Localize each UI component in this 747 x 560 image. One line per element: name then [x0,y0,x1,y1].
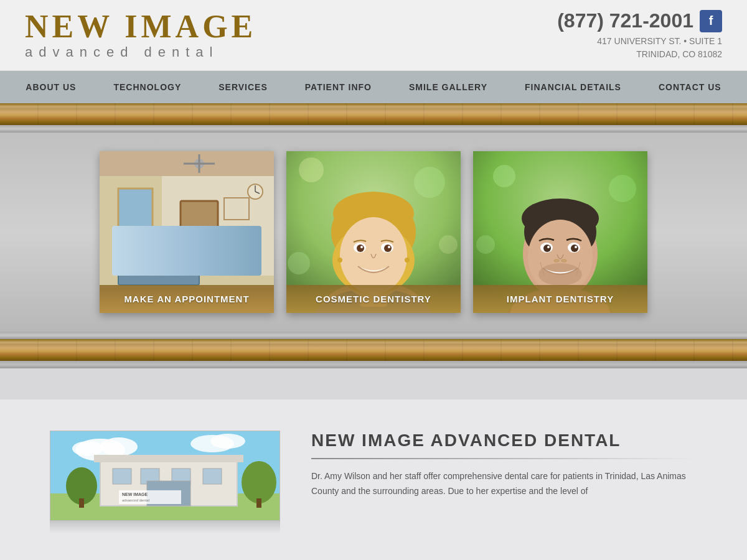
building-svg: NEW IMAGE advanced dental [50,431,280,521]
svg-point-63 [210,434,245,449]
about-content: NEW IMAGE ADVANCED DENTAL Dr. Amy Wilson… [311,431,697,499]
facebook-icon[interactable]: f [700,10,722,32]
hero-section: MAKE AN APPOINTMENT [0,133,747,332]
svg-point-34 [388,246,390,248]
hero-cards: MAKE AN APPOINTMENT [100,151,647,313]
phone-number: (877) 721-2001 [557,9,693,32]
svg-rect-79 [256,498,261,508]
svg-point-18 [414,167,445,198]
image-shadow [50,521,280,533]
metal-band-top [0,125,747,133]
svg-point-35 [337,258,342,263]
svg-point-40 [476,235,495,254]
svg-point-57 [561,259,567,263]
cosmetic-label: COSMETIC DENTISTRY [286,285,461,313]
svg-point-78 [242,461,276,503]
hero-card-cosmetic[interactable]: COSMETIC DENTISTRY [286,151,461,313]
svg-point-60 [100,437,138,456]
implant-label: IMPLANT DENTISTRY [473,285,647,313]
svg-point-28 [340,217,407,294]
contact-area: (877) 721-2001 f 417 UNIVERSITY ST. • SU… [557,9,722,61]
address-line2: TRINIDAD, CO 81082 [557,48,722,61]
svg-point-36 [405,258,410,263]
site-header: NEW IMAGE advanced dental (877) 721-2001… [0,0,747,71]
nav-contact-us[interactable]: CONTACT US [640,71,740,103]
metal-band-bottom2 [0,361,747,368]
building-image-container: NEW IMAGE advanced dental [50,431,280,533]
address: 417 UNIVERSITY ST. • SUITE 1 TRINIDAD, C… [557,35,722,61]
svg-rect-12 [224,198,249,220]
svg-rect-67 [94,455,243,462]
hero-card-appointment[interactable]: MAKE AN APPOINTMENT [100,151,274,313]
svg-point-17 [299,157,324,182]
svg-point-32 [384,245,392,252]
logo-title: NEW IMAGE [25,11,256,43]
svg-point-33 [360,246,363,248]
svg-text:NEW IMAGE: NEW IMAGE [122,492,148,497]
svg-rect-5 [118,189,153,235]
nav-services[interactable]: SERVICES [200,71,286,103]
address-line1: 417 UNIVERSITY ST. • SUITE 1 [557,35,722,48]
svg-point-11 [238,241,250,254]
nav-technology[interactable]: TECHNOLOGY [95,71,200,103]
about-title: NEW IMAGE ADVANCED DENTAL [311,431,697,450]
svg-point-31 [357,245,364,252]
metal-band-bottom [0,332,747,339]
svg-point-52 [543,245,551,252]
nav-financial-details[interactable]: FINANCIAL DETAILS [506,71,640,103]
nav-smile-gallery[interactable]: SMILE GALLERY [390,71,506,103]
svg-text:advanced dental: advanced dental [122,498,149,502]
svg-rect-68 [113,469,131,484]
logo[interactable]: NEW IMAGE advanced dental [25,11,256,60]
svg-rect-6 [118,254,199,285]
logo-subtitle: advanced dental [25,44,256,60]
nav-about-us[interactable]: ABOUT US [7,71,95,103]
svg-point-54 [547,246,550,248]
svg-point-38 [493,165,515,187]
hero-card-implant[interactable]: IMPLANT DENTISTRY [473,151,647,313]
svg-rect-71 [203,469,222,484]
svg-point-19 [439,235,458,254]
svg-point-10 [225,246,248,261]
about-section: NEW IMAGE advanced dental NEW IMAGE ADVA… [0,399,747,560]
wood-divider-top [0,103,747,125]
main-nav: ABOUT US TECHNOLOGY SERVICES PATIENT INF… [0,71,747,103]
svg-point-55 [575,246,577,248]
gap-section [0,368,747,399]
nav-patient-info[interactable]: PATIENT INFO [286,71,390,103]
svg-rect-3 [181,201,218,263]
svg-point-61 [72,441,103,456]
wood-divider-bottom [0,339,747,361]
about-body: Dr. Amy Wilson and her staff offer compr… [311,469,697,499]
svg-point-20 [288,252,310,274]
appointment-label: MAKE AN APPOINTMENT [100,285,274,313]
svg-point-53 [571,245,578,252]
about-divider [311,458,697,459]
svg-point-39 [609,175,636,202]
building-image: NEW IMAGE advanced dental [50,431,280,521]
svg-rect-77 [79,498,84,508]
svg-point-56 [553,259,560,263]
phone-row: (877) 721-2001 f [557,9,722,32]
